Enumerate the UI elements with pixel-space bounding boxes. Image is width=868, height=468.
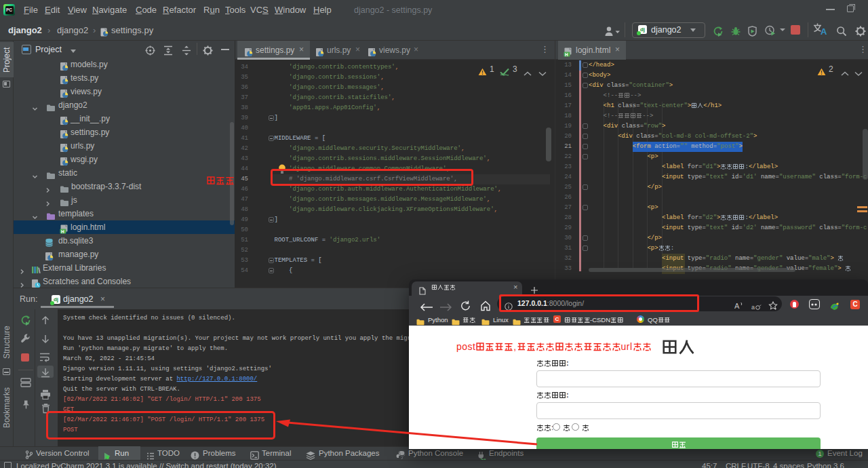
svg-text:H: H — [565, 52, 568, 56]
svg-text:A: A — [734, 302, 740, 310]
svg-text:A: A — [821, 26, 827, 36]
svg-text:H: H — [61, 229, 64, 233]
svg-text:a: a — [751, 304, 755, 311]
